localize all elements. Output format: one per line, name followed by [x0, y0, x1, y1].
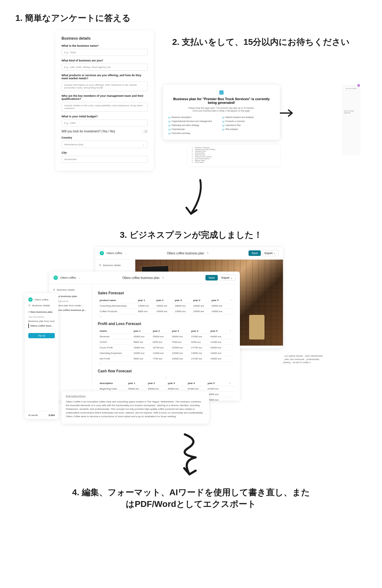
- add-row-icon[interactable]: +: [98, 362, 234, 367]
- textarea-products[interactable]: Include information on your offerings, t…: [62, 81, 148, 91]
- spinner-icon: [169, 128, 170, 130]
- spinner-icon: [169, 120, 170, 122]
- sidebar-business-details[interactable]: Business details: [32, 304, 50, 307]
- ai-words-count: 8,004: [49, 414, 55, 417]
- edit-icon[interactable]: ✎: [207, 252, 209, 255]
- sidebar-business-details[interactable]: Business details: [103, 264, 121, 267]
- chevron-down-icon: ⌄: [230, 276, 233, 279]
- generating-item: Risk analysis: [222, 128, 274, 130]
- table-header: year 1: [126, 381, 146, 386]
- gear-icon: ⚙: [99, 264, 101, 267]
- table-row[interactable]: Revenue20000 eur25000 eur30000 eur37000 …: [98, 334, 234, 339]
- editor-sidebar-front: OOtters coffee ⚙Business details + New b…: [25, 293, 58, 419]
- table-row[interactable]: Gross Profit15000 eur18750 eur22500 eur2…: [98, 345, 234, 351]
- input-city[interactable]: Amsterdam: [62, 156, 148, 163]
- add-column-icon[interactable]: +: [227, 381, 234, 386]
- chevron-down-icon: ⌄: [142, 143, 145, 146]
- table-row[interactable]: Coffee Products8000 eur10000 eur12000 eu…: [98, 309, 234, 314]
- sales-forecast-title: Sales Forecast: [98, 291, 234, 295]
- save-button[interactable]: Save: [205, 275, 218, 280]
- label-team: Who are the key members of your manageme…: [62, 94, 148, 100]
- table-header: year 4: [186, 381, 206, 386]
- spinner-icon: [222, 128, 224, 130]
- workspace-name[interactable]: Otters coffee: [34, 298, 49, 301]
- app-icon: [219, 90, 224, 95]
- label-country: Country: [62, 136, 148, 139]
- step-3-title: 3. ビジネスプランが完成しました！: [15, 229, 367, 241]
- chevron-down-icon[interactable]: ⌄: [78, 276, 81, 279]
- label-products: What products or services are you offeri…: [62, 74, 148, 80]
- table-header: year 5: [209, 298, 228, 303]
- avatar: O: [54, 276, 58, 280]
- workspace-name[interactable]: Otters coffee: [60, 276, 76, 279]
- step-4-title: 4. 編集、フォーマット、AIワードを使用して書き直し、またはPDF/Wordと…: [71, 487, 311, 510]
- input-business-kind[interactable]: E.g.: cafe, hotel, startup, travel agenc…: [62, 64, 148, 71]
- doc-item[interactable]: Business plan from scra: [28, 319, 55, 323]
- cf-forecast-title: Cash flow Forecast: [98, 369, 234, 373]
- table-row[interactable]: Net Profit5000 eur7750 eur10500 eur14750…: [98, 356, 234, 362]
- table-header: year 5: [209, 328, 228, 334]
- export-button[interactable]: Export ⌄: [262, 250, 279, 256]
- table-header: year 4: [189, 328, 208, 334]
- generating-item: Products or services: [222, 120, 274, 122]
- label-city: City: [62, 151, 148, 154]
- sales-forecast-table: product nameyear 1year 2year 3year 4year…: [98, 298, 234, 314]
- document-title: Otters coffee business plan: [122, 276, 160, 280]
- avatar: O: [100, 251, 104, 255]
- gear-icon: ⚙: [28, 304, 30, 307]
- generating-sub2: Once your business plan is ready, it wil…: [169, 110, 274, 112]
- label-business-kind: What kind of business are you?: [62, 59, 148, 62]
- your-documents-label: Your documents:: [28, 316, 55, 318]
- input-budget[interactable]: E.g.: 1000: [62, 120, 148, 127]
- table-row[interactable]: Beginning Cash25000 eur35000 eur49000 eu…: [98, 386, 234, 392]
- table-row[interactable]: Coworking Memberships12000 eur15000 eur1…: [98, 303, 234, 309]
- pl-forecast-table: metricyear 1year 2year 3year 4year 5+Rev…: [98, 328, 234, 362]
- table-header: year 2: [151, 328, 170, 334]
- drag-handle-icon[interactable]: ⠿: [98, 376, 234, 381]
- chevron-down-icon[interactable]: ⌄: [125, 252, 127, 255]
- generating-item: Organizational structure and management: [169, 120, 221, 122]
- chevron-down-icon: ⌄: [273, 252, 276, 255]
- generating-item: Market research and analysis: [222, 116, 274, 118]
- pl-forecast-title: Profit and Loss Forecast: [98, 322, 234, 326]
- label-budget: What is your initial budget?: [62, 115, 148, 118]
- generating-sub1: Please keep this page open. The process …: [169, 107, 274, 109]
- label-business-name: What is the business name?: [62, 44, 148, 47]
- business-details-form: Business details What is the business na…: [55, 30, 154, 171]
- step-2-title: 2. 支払いをして、15分以内にお待ちください: [172, 36, 367, 48]
- ai-words-label: AI words: [28, 414, 38, 417]
- add-column-icon[interactable]: +: [228, 298, 234, 303]
- introduction-body: Otters Coffee is an innovative coffee sh…: [66, 400, 205, 418]
- table-header: year 1: [136, 298, 154, 303]
- select-country[interactable]: Netherlands (the)⌄: [62, 141, 148, 148]
- arrow-curved-icon: [173, 177, 209, 223]
- add-column-icon[interactable]: +: [228, 328, 234, 334]
- export-button[interactable]: Export ⌄: [219, 275, 236, 281]
- add-row-icon[interactable]: +: [98, 314, 234, 319]
- save-button[interactable]: Save: [249, 250, 261, 256]
- toggle-investment[interactable]: [142, 130, 148, 133]
- table-header: year 5: [206, 381, 228, 386]
- input-business-name[interactable]: E.g.: Tesla: [62, 49, 148, 56]
- generating-item: Executive summary: [169, 132, 221, 134]
- workspace-name[interactable]: Otters coffee: [106, 252, 122, 255]
- topup-button[interactable]: Top up: [28, 333, 55, 338]
- new-plan-button[interactable]: + New business plan: [28, 311, 55, 313]
- spinner-icon: [169, 124, 170, 126]
- gear-icon: ⚙: [53, 288, 55, 291]
- editor-intro-card: AI words8,004 Introduction Otters Coffee…: [62, 391, 209, 424]
- generating-item: Financial plan: [169, 128, 221, 130]
- textarea-team[interactable]: Include details on the roles, responsibi…: [62, 102, 148, 112]
- table-header: year 2: [154, 298, 173, 303]
- spinner-icon: [222, 116, 224, 118]
- table-row[interactable]: Operating Expenses10000 eur11000 eur1200…: [98, 351, 234, 356]
- table-header: metric: [98, 328, 132, 334]
- table-header: year 1: [132, 328, 151, 334]
- doc-item-active[interactable]: Otters coffee business p: [28, 323, 55, 328]
- sidebar-business-details[interactable]: Business details: [57, 288, 75, 291]
- spinner-icon: [169, 132, 170, 134]
- table-row[interactable]: COGS5000 eur6250 eur7500 eur9250 eur1100…: [98, 339, 234, 345]
- avatar: O: [28, 297, 33, 302]
- edit-icon[interactable]: ✎: [162, 276, 164, 279]
- table-header: year 3: [170, 328, 189, 334]
